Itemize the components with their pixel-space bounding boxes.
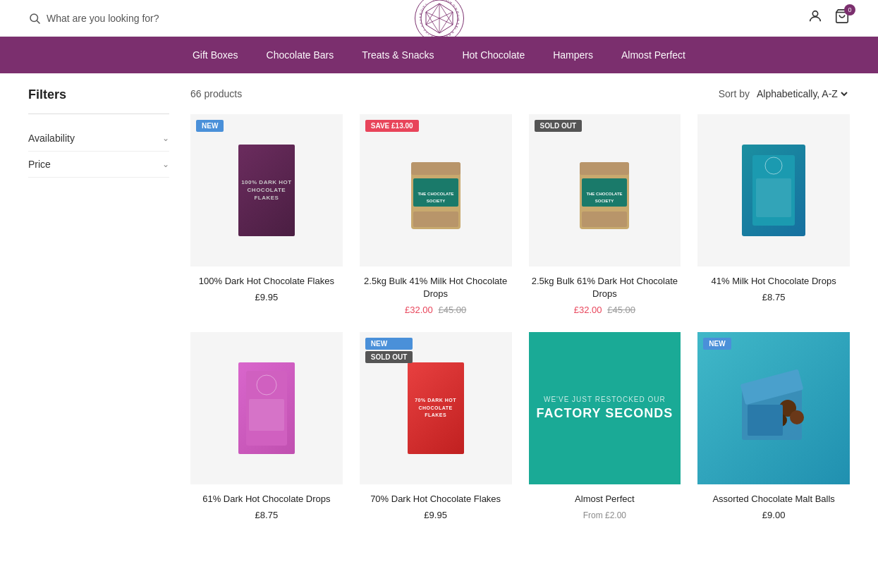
svg-rect-26 <box>582 212 627 227</box>
product-card[interactable]: WE'VE JUST RESTOCKED OUR FACTORY SECONDS… <box>529 332 681 520</box>
search-icon <box>28 12 41 25</box>
filter-price-label: Price <box>28 159 51 170</box>
nav-hot-chocolate[interactable]: Hot Chocolate <box>462 47 525 63</box>
filter-availability[interactable]: Availability ⌄ <box>28 125 169 152</box>
badge-sold-out: SOLD OUT <box>535 120 583 132</box>
product-card[interactable]: NEW 100% DARK HOT CHOCOLATE FLAKES 100% … <box>190 114 343 315</box>
product-price: £8.75 <box>697 292 850 302</box>
chevron-down-icon: ⌄ <box>162 133 169 143</box>
header: What are you looking for? THE CHOCOLATE … <box>0 0 878 37</box>
product-price: £32.00 £45.00 <box>529 305 681 315</box>
product-title: 2.5kg Bulk 41% Milk Hot Chocolate Drops <box>360 275 512 300</box>
product-image: 70% DARK HOT CHOCOLATE FLAKES <box>408 362 464 454</box>
svg-rect-38 <box>748 405 783 436</box>
product-image: 100% DARK HOT CHOCOLATE FLAKES <box>238 145 295 236</box>
badge-save: SAVE £13.00 <box>365 120 419 132</box>
product-card[interactable]: SOLD OUT THE CHOCOLATE SOCIETY 2.5kg Bul… <box>529 114 681 315</box>
product-title: 41% Milk Hot Chocolate Drops <box>697 275 850 288</box>
sort-label: Sort by <box>719 88 750 99</box>
badge-new: NEW <box>196 120 224 132</box>
search-placeholder-text: What are you looking for? <box>47 13 159 24</box>
product-image-wrap: SOLD OUT THE CHOCOLATE SOCIETY <box>529 114 681 267</box>
product-image: WE'VE JUST RESTOCKED OUR FACTORY SECONDS <box>529 332 681 484</box>
sort-area: Sort by Alphabetically, A-Z Alphabetical… <box>719 87 850 100</box>
nav-gift-boxes[interactable]: Gift Boxes <box>193 47 238 63</box>
header-icons: 0 <box>807 8 850 27</box>
product-image: THE CHOCOLATE SOCIETY <box>569 145 640 236</box>
main-container: Filters Availability ⌄ Price ⌄ 66 produc… <box>0 73 878 534</box>
badge-new: NEW <box>703 338 731 350</box>
badge-new: NEW <box>365 338 413 350</box>
product-image <box>238 362 295 454</box>
filter-price[interactable]: Price ⌄ <box>28 152 169 178</box>
svg-text:SOCIETY: SOCIETY <box>595 199 614 203</box>
logo-circle: THE CHOCOLATE SOCIETY · THE CHOCOLATE SO… <box>415 0 464 43</box>
svg-rect-29 <box>756 178 791 217</box>
price-sale: £32.00 <box>405 305 433 315</box>
nav-treats-snacks[interactable]: Treats & Snacks <box>362 47 434 63</box>
badge-sold-out: SOLD OUT <box>365 351 413 363</box>
svg-text:THE CHOCOLATE: THE CHOCOLATE <box>417 192 453 196</box>
price-original: £45.00 <box>438 305 466 315</box>
logo-svg: THE CHOCOLATE SOCIETY · THE CHOCOLATE SO… <box>419 0 460 39</box>
product-title: 100% Dark Hot Chocolate Flakes <box>190 275 343 288</box>
product-image: THE CHOCOLATE SOCIETY <box>401 145 471 236</box>
product-price: £9.00 <box>697 510 850 520</box>
price-sale: £32.00 <box>574 305 602 315</box>
product-price: £9.95 <box>190 292 343 302</box>
filters-title: Filters <box>28 87 169 102</box>
product-card[interactable]: SAVE £13.00 THE CHOCOLATE SOCIETY 2.5kg … <box>360 114 512 315</box>
product-image-wrap <box>190 332 343 484</box>
product-image-wrap: NEW SOLD OUT 70% DARK HOT CHOCOLATE FLAK… <box>360 332 512 484</box>
product-card[interactable]: NEW SOLD OUT 70% DARK HOT CHOCOLATE FLAK… <box>360 332 512 520</box>
sort-select[interactable]: Alphabetically, A-Z Alphabetically, Z-A … <box>754 87 850 100</box>
svg-point-0 <box>30 14 38 22</box>
sidebar-divider <box>28 114 169 114</box>
product-title: 61% Dark Hot Chocolate Drops <box>190 493 343 506</box>
product-price: £8.75 <box>190 510 343 520</box>
svg-rect-16 <box>411 162 461 175</box>
nav-chocolate-bars[interactable]: Chocolate Bars <box>267 47 334 63</box>
price-from: From £2.00 <box>583 510 626 520</box>
user-icon <box>807 8 823 24</box>
cart-badge: 0 <box>844 4 855 16</box>
product-card[interactable]: 61% Dark Hot Chocolate Drops £8.75 <box>190 332 343 520</box>
svg-point-13 <box>812 11 817 16</box>
svg-text:THE CHOCOLATE: THE CHOCOLATE <box>587 192 623 196</box>
factory-main-text: FACTORY SECONDS <box>537 406 673 421</box>
product-count: 66 products <box>190 88 242 99</box>
product-price: From £2.00 <box>529 510 681 520</box>
products-area: 66 products Sort by Alphabetically, A-Z … <box>190 87 850 520</box>
product-image-wrap: WE'VE JUST RESTOCKED OUR FACTORY SECONDS <box>529 332 681 484</box>
svg-text:SOCIETY: SOCIETY <box>426 199 444 203</box>
product-title: 2.5kg Bulk 61% Dark Hot Chocolate Drops <box>529 275 681 300</box>
price-original: £45.00 <box>607 305 635 315</box>
product-card[interactable]: 41% Milk Hot Chocolate Drops £8.75 <box>697 114 850 315</box>
chevron-down-icon-price: ⌄ <box>162 159 169 169</box>
search-area[interactable]: What are you looking for? <box>28 12 159 25</box>
products-header: 66 products Sort by Alphabetically, A-Z … <box>190 87 850 100</box>
svg-rect-22 <box>580 162 629 175</box>
product-image-wrap <box>697 114 850 267</box>
product-grid: NEW 100% DARK HOT CHOCOLATE FLAKES 100% … <box>190 114 850 520</box>
product-image <box>697 332 850 484</box>
badge-group: NEW SOLD OUT <box>365 338 413 363</box>
product-image-wrap: SAVE £13.00 THE CHOCOLATE SOCIETY <box>360 114 512 267</box>
product-image-wrap: NEW <box>697 332 850 484</box>
svg-point-36 <box>790 410 804 424</box>
nav-hampers[interactable]: Hampers <box>553 47 593 63</box>
product-image <box>742 145 805 236</box>
product-title: Almost Perfect <box>529 493 681 506</box>
product-image-wrap: NEW 100% DARK HOT CHOCOLATE FLAKES <box>190 114 343 267</box>
nav-almost-perfect[interactable]: Almost Perfect <box>621 47 685 63</box>
product-title: Assorted Chocolate Malt Balls <box>697 493 850 506</box>
product-price: £9.95 <box>360 510 512 520</box>
factory-sub-text: WE'VE JUST RESTOCKED OUR <box>544 396 666 403</box>
logo-center: THE CHOCOLATE SOCIETY · THE CHOCOLATE SO… <box>415 0 464 43</box>
product-price: £32.00 £45.00 <box>360 305 512 315</box>
cart-button[interactable]: 0 <box>834 8 850 27</box>
sidebar: Filters Availability ⌄ Price ⌄ <box>28 87 169 520</box>
account-button[interactable] <box>807 8 823 27</box>
product-title: 70% Dark Hot Chocolate Flakes <box>360 493 512 506</box>
product-card[interactable]: NEW <box>697 332 850 520</box>
